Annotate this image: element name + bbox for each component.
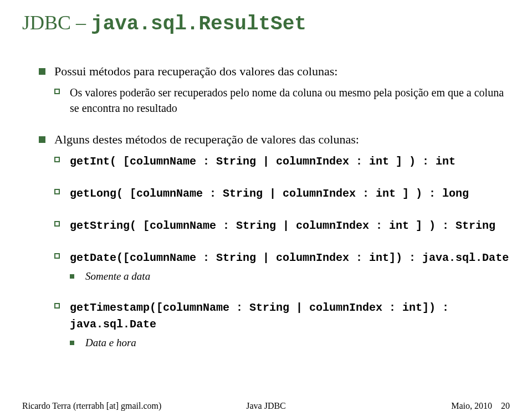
note-text: Somente a data	[85, 270, 150, 282]
method-getstring: getString( [columnName : String | column…	[54, 217, 510, 234]
bullet-text: Alguns destes métodos de recuperação de …	[54, 132, 359, 146]
method-signature: getString( [columnName : String | column…	[70, 219, 495, 232]
bullet-text: Possui métodos para recuperação dos valo…	[54, 64, 337, 78]
square-bullet-icon	[70, 341, 74, 345]
note-text: Data e hora	[85, 337, 136, 348]
content-list: Possui métodos para recuperação dos valo…	[22, 63, 510, 351]
method-gettimestamp-note: Data e hora	[70, 336, 510, 351]
footer-date: Maio, 2010	[451, 401, 492, 410]
bullet-text: Os valores poderão ser recuperados pelo …	[70, 86, 504, 114]
square-bullet-icon	[39, 136, 45, 143]
title-prefix: JDBC –	[22, 12, 91, 34]
method-getdate-note: Somente a data	[70, 269, 510, 284]
square-hollow-icon	[54, 157, 60, 162]
page-title: JDBC – java.sql.ResultSet	[22, 11, 510, 35]
method-getlong: getLong( [columnName : String | columnIn…	[54, 185, 510, 202]
method-gettimestamp: getTimestamp([columnName : String | colu…	[54, 299, 510, 332]
square-hollow-icon	[54, 89, 60, 94]
footer-title: Java JDBC	[246, 401, 286, 411]
footer-author: Ricardo Terra (rterrabh [at] gmail.com)	[22, 401, 161, 411]
square-hollow-icon	[54, 253, 60, 259]
square-bullet-icon	[39, 68, 45, 75]
method-signature: getTimestamp([columnName : String | colu…	[70, 301, 449, 331]
method-getdate: getDate([columnName : String | columnInd…	[54, 249, 510, 266]
method-signature: getDate([columnName : String | columnInd…	[70, 251, 509, 264]
square-hollow-icon	[54, 303, 60, 309]
bullet-methods-intro: Possui métodos para recuperação dos valo…	[39, 63, 510, 80]
bullet-methods-sub: Os valores poderão ser recuperados pelo …	[54, 85, 510, 116]
method-signature: getInt( [columnName : String | columnInd…	[70, 155, 456, 168]
square-bullet-icon	[70, 274, 74, 279]
bullet-methods-list: Alguns destes métodos de recuperação de …	[39, 131, 510, 148]
method-getint: getInt( [columnName : String | columnInd…	[54, 153, 510, 169]
footer-right: Maio, 2010 20	[451, 401, 510, 411]
footer-page: 20	[501, 401, 510, 410]
title-code: java.sql.ResultSet	[91, 13, 306, 35]
square-hollow-icon	[54, 189, 60, 194]
method-signature: getLong( [columnName : String | columnIn…	[70, 187, 469, 200]
square-hollow-icon	[54, 221, 60, 227]
slide: JDBC – java.sql.ResultSet Possui métodos…	[0, 0, 532, 411]
